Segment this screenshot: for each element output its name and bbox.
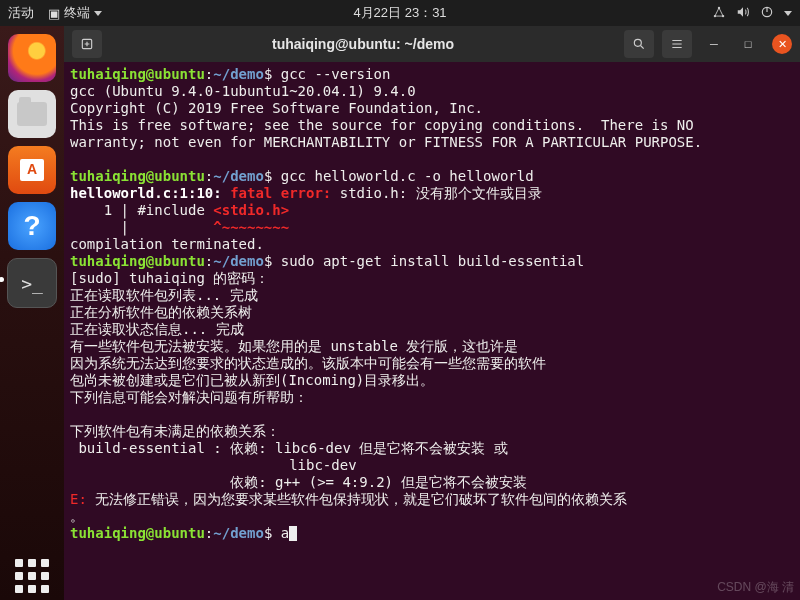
apt-output: 下列信息可能会对解决问题有所帮助：	[70, 389, 308, 405]
terminal-output[interactable]: tuhaiqing@ubuntu:~/demo$ gcc --version g…	[64, 62, 800, 600]
fatal-error-label: fatal error:	[230, 185, 331, 201]
cmd-apt-install: sudo apt-get install build-essential	[281, 253, 584, 269]
apt-output: 包尚未被创建或是它们已被从新到(Incoming)目录移出。	[70, 372, 434, 388]
apt-output: 依赖: g++ (>= 4:9.2) 但是它将不会被安装	[70, 474, 527, 490]
prompt-dollar: $	[264, 66, 272, 82]
terminal-menu-icon: ▣	[48, 6, 60, 21]
question-icon: ?	[23, 210, 40, 242]
network-icon	[712, 5, 726, 22]
error-caret: ^~~~~~~~~	[213, 219, 289, 235]
prompt-user-host: tuhaiqing@ubuntu	[70, 66, 205, 82]
cmd-gcc-compile: gcc helloworld.c -o helloworld	[281, 168, 534, 184]
apt-output: 正在读取状态信息... 完成	[70, 321, 244, 337]
apt-output: 正在读取软件包列表... 完成	[70, 287, 258, 303]
svg-point-5	[634, 39, 641, 46]
prompt-path: ~/demo	[213, 168, 264, 184]
prompt-dollar: $	[264, 168, 272, 184]
chevron-down-icon	[784, 11, 792, 16]
prompt-path: ~/demo	[213, 253, 264, 269]
prompt-dollar: $	[264, 525, 272, 541]
maximize-button[interactable]: □	[738, 34, 758, 54]
window-title: tuhaiqing@ubuntu: ~/demo	[110, 36, 616, 52]
prompt-path: ~/demo	[213, 66, 264, 82]
error-line-number: 1 |	[70, 202, 137, 218]
gnome-top-bar: 活动 ▣ 终端 4月22日 23：31	[0, 0, 800, 26]
clock[interactable]: 4月22日 23：31	[353, 4, 446, 22]
power-icon	[760, 5, 774, 22]
apt-output: 有一些软件包无法被安装。如果您用的是 unstable 发行版，这也许是	[70, 338, 518, 354]
error-location: helloworld.c:1:10:	[70, 185, 222, 201]
help-launcher[interactable]: ?	[8, 202, 56, 250]
output-line: Copyright (C) 2019 Free Software Foundat…	[70, 100, 483, 116]
app-menu-label: 终端	[64, 4, 90, 22]
output-line: gcc (Ubuntu 9.4.0-1ubuntu1~20.04.1) 9.4.…	[70, 83, 416, 99]
folder-icon	[17, 102, 47, 126]
error-message: stdio.h: 没有那个文件或目录	[331, 185, 541, 201]
chevron-down-icon	[94, 11, 102, 16]
window-titlebar[interactable]: tuhaiqing@ubuntu: ~/demo ─ □ ✕	[64, 26, 800, 62]
app-menu[interactable]: ▣ 终端	[48, 4, 102, 22]
prompt-dollar: $	[264, 253, 272, 269]
search-button[interactable]	[624, 30, 654, 58]
apt-output: 因为系统无法达到您要求的状态造成的。该版本中可能会有一些您需要的软件	[70, 355, 546, 371]
files-launcher[interactable]	[8, 90, 56, 138]
output-line: This is free software; see the source fo…	[70, 117, 694, 133]
prompt-user-host: tuhaiqing@ubuntu	[70, 253, 205, 269]
apt-output: 正在分析软件包的依赖关系树	[70, 304, 252, 320]
apt-output: libc-dev	[70, 457, 357, 473]
hamburger-menu-button[interactable]	[662, 30, 692, 58]
volume-icon	[736, 5, 750, 22]
output-line: warranty; not even for MERCHANTABILITY o…	[70, 134, 702, 150]
error-caret-pad: |	[70, 219, 213, 235]
terminal-icon: >_	[21, 273, 43, 294]
prompt-path: ~/demo	[213, 525, 264, 541]
prompt-user-host: tuhaiqing@ubuntu	[70, 525, 205, 541]
error-code-highlight: <stdio.h>	[213, 202, 289, 218]
terminal-window: tuhaiqing@ubuntu: ~/demo ─ □ ✕ tuhaiqing…	[64, 26, 800, 600]
apt-error-tag: E:	[70, 491, 95, 507]
ubuntu-dock: ? >_	[0, 26, 64, 600]
show-applications-button[interactable]	[8, 552, 56, 600]
shopping-bag-icon	[20, 159, 44, 181]
close-button[interactable]: ✕	[772, 34, 792, 54]
cmd-gcc-version: gcc --version	[281, 66, 391, 82]
current-input[interactable]: a	[281, 525, 289, 541]
apt-error-msg: 无法修正错误，因为您要求某些软件包保持现状，就是它们破坏了软件包间的依赖关系	[95, 491, 627, 507]
minimize-button[interactable]: ─	[704, 34, 724, 54]
software-center-launcher[interactable]	[8, 146, 56, 194]
apt-output: build-essential : 依赖: libc6-dev 但是它将不会被安…	[70, 440, 508, 456]
watermark: CSDN @海 清	[717, 579, 794, 596]
sudo-password-prompt: [sudo] tuhaiqing 的密码：	[70, 270, 269, 286]
terminal-launcher[interactable]: >_	[7, 258, 57, 308]
prompt-user-host: tuhaiqing@ubuntu	[70, 168, 205, 184]
cursor	[289, 526, 297, 541]
error-code: #include	[137, 202, 213, 218]
compilation-terminated: compilation terminated.	[70, 236, 264, 252]
system-status-area[interactable]	[712, 5, 792, 22]
apt-error-dot: 。	[70, 508, 84, 524]
new-tab-button[interactable]	[72, 30, 102, 58]
activities-button[interactable]: 活动	[8, 4, 34, 22]
apt-output: 下列软件包有未满足的依赖关系：	[70, 423, 280, 439]
firefox-launcher[interactable]	[8, 34, 56, 82]
